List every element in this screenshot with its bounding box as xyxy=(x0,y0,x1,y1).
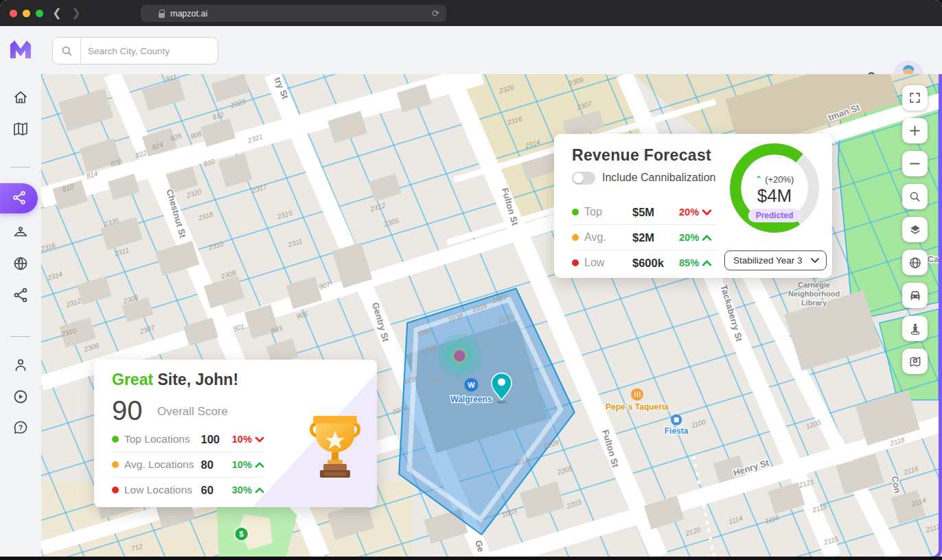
traffic-button[interactable] xyxy=(902,283,928,308)
street-label: Ca xyxy=(928,254,939,264)
close-window-button[interactable] xyxy=(10,10,17,17)
app-header xyxy=(0,26,942,74)
row-label: Top Locations xyxy=(124,433,200,445)
minimize-window-button[interactable] xyxy=(23,10,30,17)
dropdown-value: Stabilized Year 3 xyxy=(733,255,803,266)
home-icon[interactable] xyxy=(12,89,29,106)
fullscreen-button[interactable] xyxy=(902,85,928,110)
score-rows: Top Locations 100 10% Avg. Locations 80 … xyxy=(112,427,264,502)
overall-score-label: Overall Score xyxy=(157,405,228,419)
minus-icon xyxy=(908,157,921,170)
trend-chevron xyxy=(255,461,264,469)
car-icon xyxy=(908,289,922,303)
globe-pin-icon[interactable] xyxy=(12,255,29,272)
cannibalization-toggle[interactable] xyxy=(572,172,595,185)
library-label-1: Carnegie xyxy=(798,281,830,289)
url-text: mapzot.ai xyxy=(170,9,207,19)
caret-up-icon: ⌃ xyxy=(755,174,763,185)
row-percent: 10% xyxy=(232,459,252,470)
map-pin-icon xyxy=(908,355,922,369)
sidebar-divider xyxy=(10,336,30,337)
zoom-in-button[interactable] xyxy=(902,118,928,143)
reload-icon[interactable]: ⟳ xyxy=(432,8,439,19)
library-label-2: Neighborhood xyxy=(788,290,840,298)
trend-chevron xyxy=(702,209,712,216)
row-percent: 10% xyxy=(232,434,252,445)
globe-button[interactable] xyxy=(902,250,928,275)
score-card-title: Great Site, John! xyxy=(112,371,238,389)
trend-chevron xyxy=(255,487,264,494)
trend-chevron xyxy=(702,259,712,267)
forecast-donut-chart: ⌃ (+20%) $4M Predicted xyxy=(729,143,820,233)
score-row-low: Low Locations 60 30% xyxy=(112,478,264,502)
row-label: Avg. xyxy=(584,231,632,244)
revenue-rows: Top $5M 20% Avg. $2M 20% Low $600k 85% xyxy=(572,200,717,275)
city-search[interactable] xyxy=(52,37,218,65)
territory-pin-icon[interactable] xyxy=(12,224,29,240)
network-icon[interactable] xyxy=(12,287,29,303)
low-dot xyxy=(112,487,119,493)
library-label-3: Library xyxy=(801,299,827,307)
browser-window: ❮ ❯ mapzot.ai ⟳ xyxy=(0,0,942,557)
maximize-window-button[interactable] xyxy=(36,10,43,17)
row-percent: 20% xyxy=(679,207,699,218)
map-style-button[interactable] xyxy=(902,349,928,374)
browser-chrome: ❮ ❯ mapzot.ai ⟳ xyxy=(0,0,942,26)
revenue-row-low: Low $600k 85% xyxy=(572,250,717,275)
svg-text:?: ? xyxy=(19,424,23,432)
address-bar[interactable]: mapzot.ai ⟳ xyxy=(141,5,446,22)
map-search-button[interactable] xyxy=(902,184,928,209)
row-value: $5M xyxy=(632,206,679,219)
heatmap-blob xyxy=(437,334,481,378)
trend-chevron xyxy=(255,436,264,443)
chevron-down-icon xyxy=(810,257,820,264)
screen: ❮ ❯ mapzot.ai ⟳ xyxy=(0,0,942,560)
overall-score-value: 90 xyxy=(112,395,143,426)
row-value: 60 xyxy=(200,484,231,497)
sidebar: ? xyxy=(0,74,41,557)
score-row-avg: Avg. Locations 80 10% xyxy=(112,452,264,478)
street-view-button[interactable] xyxy=(902,316,928,341)
row-percent: 20% xyxy=(679,232,699,243)
search-icon xyxy=(908,190,921,203)
fiesta-label: Fiesta xyxy=(665,426,689,436)
zoom-out-button[interactable] xyxy=(902,151,928,176)
forward-button[interactable]: ❯ xyxy=(70,7,82,19)
predicted-badge: Predicted xyxy=(748,209,801,222)
svg-text:$: $ xyxy=(240,530,244,538)
revenue-forecast-card: Revenue Forecast Include Cannibalization… xyxy=(554,134,832,278)
revenue-row-top: Top $5M 20% xyxy=(572,200,717,225)
row-label: Low xyxy=(584,257,632,269)
pepes-label: Pepe`s Taqueria xyxy=(606,402,669,412)
toggle-label: Include Cannibalization xyxy=(602,172,715,184)
help-icon[interactable]: ? xyxy=(12,419,29,436)
mapzot-logo[interactable] xyxy=(9,38,32,60)
revenue-row-avg: Avg. $2M 20% xyxy=(572,225,717,250)
row-label: Avg. Locations xyxy=(124,458,200,471)
row-label: Low Locations xyxy=(124,484,200,496)
map-icon[interactable] xyxy=(12,121,29,137)
avg-dot xyxy=(572,234,579,241)
row-value: 80 xyxy=(200,458,231,471)
row-label: Top xyxy=(584,206,632,218)
toggle-knob xyxy=(573,173,584,183)
network-hub-icon xyxy=(12,190,27,205)
walgreens-label: Walgreens xyxy=(450,395,492,404)
search-icon xyxy=(53,38,81,64)
row-percent: 30% xyxy=(232,485,252,495)
tutorials-play-icon[interactable] xyxy=(12,388,29,405)
stabilized-year-dropdown[interactable]: Stabilized Year 3 xyxy=(724,250,827,270)
top-dot xyxy=(112,436,119,443)
score-row-top: Top Locations 100 10% xyxy=(112,427,264,452)
donut-value: $4M xyxy=(729,185,820,207)
trophy-icon xyxy=(307,412,363,497)
sidebar-item-site-analysis-active[interactable] xyxy=(0,183,38,213)
avg-dot xyxy=(112,461,119,468)
search-input[interactable] xyxy=(81,46,211,56)
plus-icon xyxy=(908,124,921,137)
profile-icon[interactable] xyxy=(12,357,29,373)
svg-text:W: W xyxy=(468,381,475,389)
layers-icon xyxy=(908,223,922,237)
back-button[interactable]: ❮ xyxy=(51,7,63,19)
layers-button[interactable] xyxy=(902,217,928,242)
